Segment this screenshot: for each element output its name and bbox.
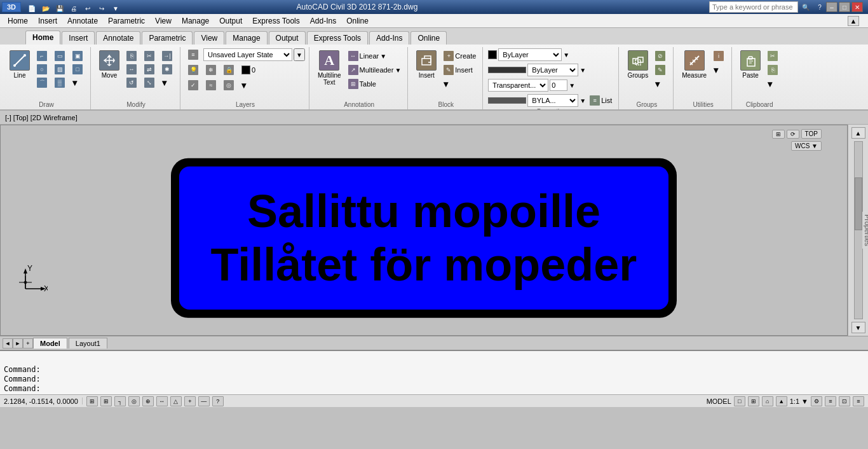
menu-annotate[interactable]: Annotate	[62, 14, 103, 27]
fullscreen-btn[interactable]: ⊡	[839, 396, 850, 406]
plot-btn[interactable]: 🖨	[67, 3, 80, 13]
layer-isolate-btn[interactable]: ◎	[221, 79, 238, 92]
menu-expresstools[interactable]: Express Tools	[247, 14, 304, 27]
rotate-btn[interactable]: ↺	[124, 76, 140, 89]
ducs-btn[interactable]: △	[170, 396, 182, 406]
undo-btn[interactable]: ↩	[81, 3, 94, 13]
close-btn[interactable]: ✕	[851, 2, 863, 12]
extend-btn[interactable]: →|	[159, 50, 176, 62]
tab-scroll-right[interactable]: ►	[13, 338, 23, 349]
layer-state-dropdown[interactable]: Unsaved Layer State	[203, 48, 292, 61]
tab-manage[interactable]: Manage	[226, 31, 267, 45]
customization-btn[interactable]: ≡	[853, 396, 864, 406]
tab-add[interactable]: +	[23, 338, 33, 349]
lineweight-dropdown[interactable]: BYLA...	[527, 94, 578, 107]
mtext-btn[interactable]: A MultilineText	[315, 48, 344, 88]
scale-btn[interactable]: ⌂	[762, 396, 773, 406]
draw-more-btn[interactable]: ▾	[70, 76, 86, 89]
copy-btn[interactable]: ⎘	[124, 50, 140, 62]
arc-btn[interactable]: ⌒	[34, 76, 51, 89]
tab-model[interactable]: Model	[33, 338, 67, 349]
annotative-btn[interactable]: ▲	[776, 396, 787, 406]
list-btn[interactable]: ≡ List	[587, 94, 614, 107]
linear-btn[interactable]: ↔ Linear ▼	[346, 50, 404, 62]
workspace-status-btn[interactable]: ⚙	[811, 396, 822, 406]
make-current-btn[interactable]: ✓	[186, 79, 202, 92]
clipboard-more-btn[interactable]: ▾	[765, 78, 782, 90]
menu-parametric[interactable]: Parametric	[103, 14, 150, 27]
zoom-extents-btn[interactable]: ⊞	[772, 130, 785, 139]
qp-btn[interactable]: ?	[212, 396, 224, 406]
tab-output[interactable]: Output	[269, 31, 306, 45]
measure-btn[interactable]: Measure	[679, 48, 710, 81]
layer-color-btn[interactable]: 0	[239, 64, 258, 76]
polar-btn[interactable]: ◎	[128, 396, 140, 406]
maximize-btn[interactable]: □	[839, 2, 850, 12]
tab-expresstools[interactable]: Express Tools	[307, 31, 368, 45]
scale-btn[interactable]: ⤡	[142, 76, 158, 89]
layer-lock-btn[interactable]: 🔒	[221, 64, 238, 76]
edit-btn[interactable]: ✎ Insert	[441, 64, 478, 76]
workspace-btn[interactable]: ▼	[109, 3, 122, 13]
match-layer-btn[interactable]: ≈	[203, 79, 220, 92]
layer-state-expand[interactable]: ▼	[294, 48, 305, 61]
wcs-btn[interactable]: WCS ▼	[791, 141, 822, 151]
menu-insert[interactable]: Insert	[33, 14, 62, 27]
toolbar-status-btn[interactable]: ≡	[825, 396, 836, 406]
menu-home[interactable]: Home	[3, 14, 33, 27]
circle-btn[interactable]: ○	[34, 63, 51, 76]
block-more-btn[interactable]: ▾	[441, 78, 478, 90]
utilities-more-btn[interactable]: ▾	[711, 64, 728, 76]
group-edit-btn[interactable]: ✎	[653, 64, 669, 76]
explode-btn[interactable]: ✱	[159, 63, 176, 76]
wipeout-btn[interactable]: □	[70, 63, 86, 76]
region-btn[interactable]: ▣	[70, 50, 86, 62]
stretch-btn[interactable]: ↔	[124, 63, 140, 76]
tab-annotate[interactable]: Annotate	[96, 31, 140, 45]
search-btn[interactable]: 🔍	[801, 2, 811, 12]
line-btn[interactable]: Line	[6, 48, 33, 81]
scroll-up-btn[interactable]: ▲	[851, 127, 865, 139]
layer-properties-btn[interactable]: ≡	[186, 48, 202, 61]
modify-more-btn[interactable]: ▾	[159, 76, 176, 89]
layer-more-btn[interactable]: ▾	[239, 79, 248, 92]
save-btn[interactable]: 💾	[53, 3, 66, 13]
tab-addins[interactable]: Add-Ins	[369, 31, 409, 45]
tab-layout1[interactable]: Layout1	[69, 338, 107, 349]
view-cube-btn[interactable]: TOP	[801, 129, 822, 139]
dynmode-btn[interactable]: +	[184, 396, 196, 406]
lineweight-status-btn[interactable]: —	[198, 396, 210, 406]
tab-online[interactable]: Online	[410, 31, 447, 45]
tab-scroll-left[interactable]: ◄	[3, 338, 13, 349]
groups-more-btn[interactable]: ▾	[653, 78, 669, 90]
tab-insert[interactable]: Insert	[62, 31, 95, 45]
multileader-btn[interactable]: ↗ Multileader ▼	[346, 64, 404, 76]
mirror-btn[interactable]: ⇌	[142, 63, 158, 76]
scrollbar-thumb[interactable]	[855, 177, 862, 230]
command-input[interactable]	[42, 384, 864, 393]
layer-freeze-btn[interactable]: ❄	[203, 64, 220, 76]
copy-clipboard-btn[interactable]: ⎘	[765, 64, 782, 76]
id-btn[interactable]: i	[711, 50, 728, 62]
color-dropdown[interactable]: ByLayer	[498, 48, 562, 61]
menu-output[interactable]: Output	[214, 14, 247, 27]
paste-btn[interactable]: Paste	[737, 48, 764, 81]
create-btn[interactable]: + Create	[441, 50, 478, 62]
redo-btn[interactable]: ↪	[95, 3, 108, 13]
ribbon-toggle[interactable]: ▲	[848, 16, 859, 26]
transparency-input[interactable]	[550, 79, 567, 91]
ungroup-btn[interactable]: ⊘	[653, 50, 669, 62]
hatch-btn[interactable]: ▨	[52, 63, 69, 76]
open-btn[interactable]: 📂	[39, 3, 52, 13]
polyline-btn[interactable]: ⌐	[34, 50, 51, 62]
osnap-btn[interactable]: ⊕	[142, 396, 154, 406]
trim-btn[interactable]: ✂	[142, 50, 158, 62]
menu-view[interactable]: View	[150, 14, 177, 27]
move-btn[interactable]: Move	[96, 48, 123, 81]
cut-btn[interactable]: ✂	[765, 50, 782, 62]
tab-view[interactable]: View	[194, 31, 224, 45]
rectangle-btn[interactable]: ▭	[52, 50, 69, 62]
grid-btn[interactable]: ⊞	[100, 396, 112, 406]
menu-addins[interactable]: Add-Ins	[305, 14, 341, 27]
gradient-btn[interactable]: ▒	[52, 76, 69, 89]
